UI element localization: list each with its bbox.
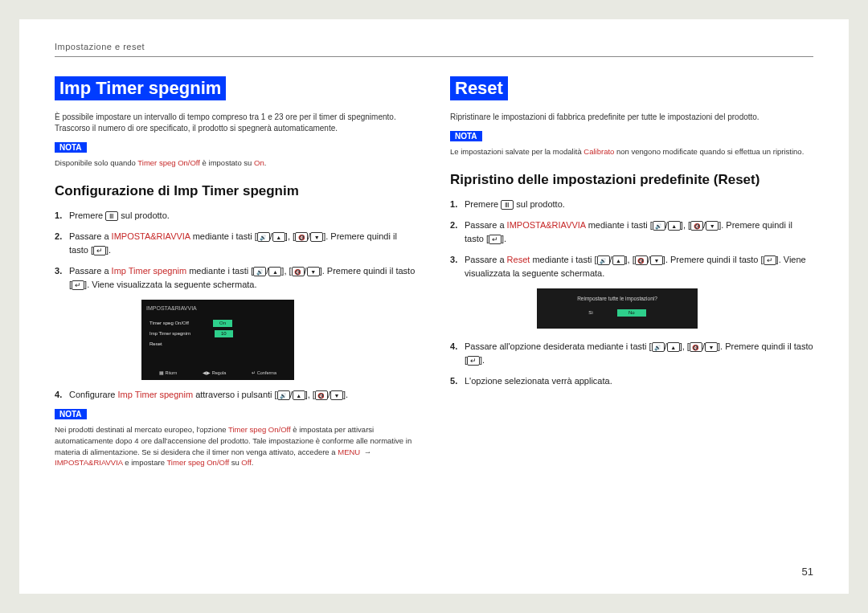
down-icon (310, 232, 323, 242)
vol-icon (257, 232, 270, 242)
menu-icon (501, 200, 514, 210)
nota-text-1: Disponibile solo quando Timer speg On/Of… (55, 157, 418, 169)
nota-text-2: Nei prodotti destinati al mercato europe… (55, 424, 418, 468)
subsection-title: Ripristino delle impostazioni predefinit… (450, 172, 813, 188)
vol-icon (277, 390, 290, 400)
up-icon (612, 255, 625, 265)
down-icon (706, 221, 719, 231)
two-column-layout: Imp Timer spegnim È possibile impostare … (55, 76, 813, 483)
osd-screenshot-reset: Reimpostare tutte le impostazioni? SìNo (537, 288, 698, 329)
osd-screenshot-timer: IMPOSTA&RIAVVIA Timer speg On/OffOn Imp … (141, 300, 294, 380)
nota-text: Le impostazioni salvate per la modalità … (450, 146, 813, 157)
mute-icon (690, 221, 703, 231)
page-number: 51 (802, 566, 813, 578)
step-1: Premere sul prodotto. (55, 209, 418, 223)
steps-list: Premere sul prodotto. Passare a IMPOSTA&… (450, 198, 813, 388)
enter-icon (93, 246, 106, 255)
step-4: Passare all'opzione desiderata mediante … (450, 340, 813, 367)
subsection-title: Configurazione di Imp Timer spegnim (55, 183, 418, 199)
steps-list: Premere sul prodotto. Passare a IMPOSTA&… (55, 209, 418, 402)
step-3: Passare a Imp Timer spegnim mediante i t… (55, 264, 418, 380)
enter-icon (467, 356, 480, 366)
vol-icon (652, 342, 665, 352)
step-4: Configurare Imp Timer spegnim attraverso… (55, 388, 418, 402)
section-title-reset: Reset (450, 76, 508, 100)
breadcrumb: Impostazione e reset (55, 42, 813, 57)
up-icon (668, 221, 681, 231)
enter-icon (764, 255, 776, 265)
step-1: Premere sul prodotto. (450, 198, 813, 211)
right-column: Reset Ripristinare le impostazioni di fa… (450, 76, 813, 483)
up-icon (667, 342, 680, 352)
mute-icon (690, 342, 702, 352)
up-icon (268, 267, 281, 276)
intro-text: È possibile impostare un intervallo di t… (55, 112, 418, 134)
step-2: Passare a IMPOSTA&RIAVVIA mediante i tas… (450, 219, 813, 246)
mute-icon (295, 232, 308, 242)
step-5: L'opzione selezionata verrà applicata. (450, 374, 813, 388)
intro-text: Ripristinare le impostazioni di fabbrica… (450, 112, 813, 123)
vol-icon (653, 221, 665, 231)
vol-icon (253, 267, 266, 276)
down-icon (705, 342, 718, 352)
nota-badge: NOTA (55, 409, 87, 419)
down-icon (650, 255, 663, 265)
left-column: Imp Timer spegnim È possibile impostare … (55, 76, 418, 483)
down-icon (307, 267, 320, 276)
mute-icon (315, 390, 328, 400)
mute-icon (635, 255, 648, 265)
step-3: Passare a Reset mediante i tasti [/], [/… (450, 253, 813, 329)
mute-icon (292, 267, 305, 276)
down-icon (330, 390, 343, 400)
section-title-timer: Imp Timer spegnim (55, 76, 226, 100)
enter-icon (489, 235, 502, 244)
menu-icon (105, 211, 118, 221)
nota-badge: NOTA (55, 142, 87, 153)
vol-icon (597, 255, 610, 265)
up-icon (272, 232, 285, 242)
up-icon (293, 390, 305, 400)
manual-page: Impostazione e reset Imp Timer spegnim È… (19, 19, 849, 594)
enter-icon (72, 280, 84, 290)
step-2: Passare a IMPOSTA&RIAVVIA mediante i tas… (55, 230, 418, 257)
nota-badge: NOTA (450, 131, 482, 141)
